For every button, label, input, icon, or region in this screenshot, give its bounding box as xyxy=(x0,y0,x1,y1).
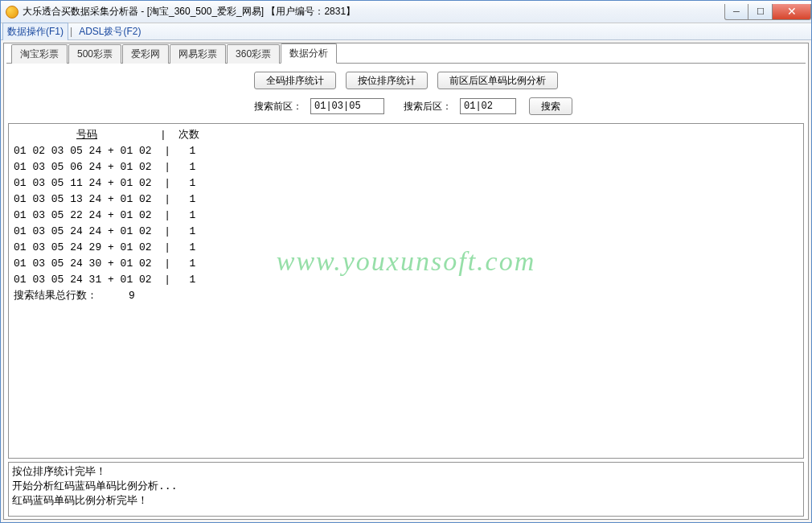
inner-panel: 淘宝彩票 500彩票 爱彩网 网易彩票 360彩票 数据分析 全码排序统计 按位… xyxy=(3,43,809,520)
back-label: 搜索后区： xyxy=(404,100,452,113)
front-input[interactable] xyxy=(310,98,384,114)
window-title: 大乐透合买数据采集分析器 - [淘宝_360_500_爱彩_网易] 【用户编号：… xyxy=(23,5,355,19)
search-row: 搜索前区： 搜索后区： 搜索 xyxy=(8,94,804,123)
log-line: 按位排序统计完毕！ xyxy=(12,464,800,479)
search-button[interactable]: 搜索 xyxy=(529,97,572,115)
log-panel[interactable]: 按位排序统计完毕！ 开始分析红码蓝码单码比例分析... 红码蓝码单码比例分析完毕… xyxy=(8,462,804,517)
result-row: 01 03 05 22 24 + 01 02 | 1 xyxy=(14,208,798,224)
results-panel: 号码 | 次数01 02 03 05 24 + 01 02 | 101 03 0… xyxy=(8,123,804,459)
ratio-button[interactable]: 前区后区单码比例分析 xyxy=(437,72,558,89)
result-row: 01 02 03 05 24 + 01 02 | 1 xyxy=(14,143,798,159)
results-header: 号码 | 次数 xyxy=(14,127,798,143)
menu-separator: | xyxy=(70,26,72,37)
pos-sort-button[interactable]: 按位排序统计 xyxy=(346,72,428,89)
result-row: 01 03 05 06 24 + 01 02 | 1 xyxy=(14,159,798,175)
result-row: 01 03 05 24 29 + 01 02 | 1 xyxy=(14,240,798,256)
result-row: 01 03 05 24 30 + 01 02 | 1 xyxy=(14,256,798,272)
client-area: 淘宝彩票 500彩票 爱彩网 网易彩票 360彩票 数据分析 全码排序统计 按位… xyxy=(1,40,811,522)
menu-adsl[interactable]: ADSL拨号(F2) xyxy=(74,23,146,41)
tab-analysis[interactable]: 数据分析 xyxy=(281,43,337,64)
results-summary: 搜索结果总行数： 9 xyxy=(14,288,798,304)
maximize-button[interactable]: ☐ xyxy=(748,4,773,20)
log-line: 红码蓝码单码比例分析完毕！ xyxy=(12,493,800,508)
result-row: 01 03 05 24 24 + 01 02 | 1 xyxy=(14,224,798,240)
tab-body: 全码排序统计 按位排序统计 前区后区单码比例分析 搜索前区： 搜索后区： 搜索 … xyxy=(6,64,806,517)
tabstrip: 淘宝彩票 500彩票 爱彩网 网易彩票 360彩票 数据分析 xyxy=(6,46,806,64)
menubar: 数据操作(F1) | ADSL拨号(F2) xyxy=(1,23,811,40)
back-input[interactable] xyxy=(460,98,516,114)
titlebar[interactable]: 大乐透合买数据采集分析器 - [淘宝_360_500_爱彩_网易] 【用户编号：… xyxy=(1,1,811,23)
app-window: 大乐透合买数据采集分析器 - [淘宝_360_500_爱彩_网易] 【用户编号：… xyxy=(0,0,812,523)
result-row: 01 03 05 13 24 + 01 02 | 1 xyxy=(14,191,798,208)
tab-taobao[interactable]: 淘宝彩票 xyxy=(11,44,68,64)
result-row: 01 03 05 11 24 + 01 02 | 1 xyxy=(14,175,798,191)
menu-data-ops[interactable]: 数据操作(F1) xyxy=(2,23,68,41)
close-button[interactable]: ✕ xyxy=(773,4,811,20)
app-icon xyxy=(6,6,18,19)
tab-wangyi[interactable]: 网易彩票 xyxy=(170,44,226,64)
full-sort-button[interactable]: 全码排序统计 xyxy=(254,72,336,89)
front-label: 搜索前区： xyxy=(254,100,302,113)
result-row: 01 03 05 24 31 + 01 02 | 1 xyxy=(14,272,798,288)
tab-360[interactable]: 360彩票 xyxy=(227,44,280,64)
toolbar: 全码排序统计 按位排序统计 前区后区单码比例分析 xyxy=(8,65,804,94)
log-line: 开始分析红码蓝码单码比例分析... xyxy=(12,479,800,493)
minimize-button[interactable]: ─ xyxy=(724,4,748,20)
tab-500[interactable]: 500彩票 xyxy=(68,44,121,64)
window-controls: ─ ☐ ✕ xyxy=(724,4,811,20)
tab-aicai[interactable]: 爱彩网 xyxy=(122,44,169,64)
